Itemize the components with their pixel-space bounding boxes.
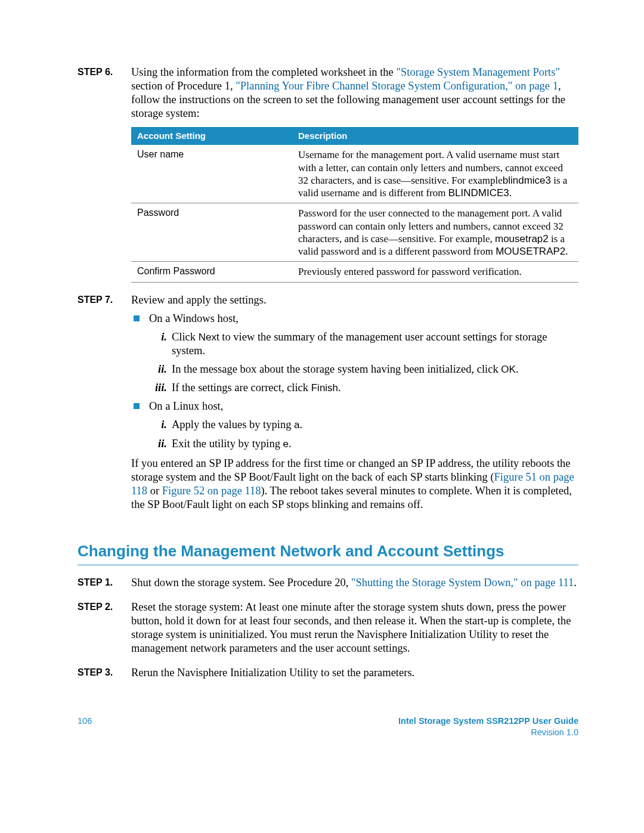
step-body: Rerun the Navisphere Initialization Util…: [131, 666, 578, 680]
sub-body: In the message box about the storage sys…: [172, 363, 518, 375]
bullet-text: On a Linux host,: [149, 400, 578, 413]
step-7-after-paragraph: If you entered an SP IP address for the …: [131, 457, 578, 512]
cell-setting: User name: [131, 145, 292, 203]
step-body: Review and apply the settings. On a Wind…: [131, 293, 578, 512]
footer-right: Intel Storage System SSR212PP User Guide…: [398, 716, 578, 737]
text: Previously entered password for password…: [298, 266, 522, 277]
step-6: STEP 6. Using the information from the c…: [78, 66, 578, 283]
step-7: STEP 7. Review and apply the settings. O…: [78, 293, 578, 512]
text: .: [338, 382, 341, 394]
th-account-setting: Account Setting: [131, 127, 292, 145]
ui-term: Next: [199, 332, 219, 343]
sub-item: iii.If the settings are correct, click F…: [149, 381, 578, 395]
text: .: [565, 246, 568, 257]
step-label: STEP 2.: [78, 600, 131, 656]
sub-marker: i.: [149, 330, 167, 344]
table-row: PasswordPassword for the user connected …: [131, 203, 578, 262]
sub-body: Exit the utility by typing e.: [172, 438, 292, 450]
text: .: [516, 363, 519, 375]
th-description: Description: [292, 127, 578, 145]
cell-description: Previously entered password for password…: [292, 262, 578, 282]
ui-term: e: [283, 438, 289, 450]
code-text: MOUSETRAP2: [496, 246, 565, 257]
sub-item: ii.Exit the utility by typing e.: [149, 437, 578, 451]
text: section of Procedure 1,: [131, 80, 236, 92]
page-number: 106: [78, 716, 92, 737]
table-row: User nameUsername for the management por…: [131, 145, 578, 203]
step-7-bullets: On a Windows host,i.Click Next to view t…: [131, 312, 578, 451]
text: Shut down the storage system. See Proced…: [131, 577, 351, 589]
page-footer: 106 Intel Storage System SSR212PP User G…: [78, 716, 578, 737]
sub-item: i.Apply the values by typing a.: [149, 418, 578, 432]
cell-setting: Password: [131, 203, 292, 262]
sub-marker: iii.: [149, 381, 167, 395]
text: Using the information from the completed…: [131, 66, 396, 78]
sub-list: i.Apply the values by typing a.ii.Exit t…: [149, 418, 578, 450]
text: .: [289, 438, 292, 450]
cell-description: Password for the user connected to the m…: [292, 203, 578, 262]
account-settings-table: Account Setting Description User nameUse…: [131, 127, 578, 283]
step-body: Reset the storage system: At least one m…: [131, 600, 578, 656]
sub-body: Apply the values by typing a.: [172, 419, 302, 431]
sec2-step-3: STEP 3. Rerun the Navisphere Initializat…: [78, 666, 578, 680]
procedure-link[interactable]: "Shutting the Storage System Down," on p…: [351, 577, 574, 589]
step-label: STEP 1.: [78, 576, 131, 590]
sub-body: Click Next to view the summary of the ma…: [172, 331, 547, 357]
ui-term: OK: [501, 364, 516, 375]
step-label: STEP 3.: [78, 666, 131, 680]
sub-body: If the settings are correct, click Finis…: [172, 382, 341, 394]
sec2-step-2: STEP 2. Reset the storage system: At lea…: [78, 600, 578, 656]
sub-marker: ii.: [149, 363, 167, 376]
cell-description: Username for the management port. A vali…: [292, 145, 578, 203]
section-heading: Changing the Management Network and Acco…: [78, 541, 578, 565]
figure-link[interactable]: Figure 52 on page 118: [162, 485, 261, 497]
sub-item: i.Click Next to view the summary of the …: [149, 330, 578, 358]
sub-marker: ii.: [149, 437, 167, 451]
text: .: [300, 419, 303, 431]
bullet-text: On a Windows host,: [149, 312, 578, 326]
bullet-item: On a Linux host,i.Apply the values by ty…: [131, 400, 578, 450]
step-7-intro: Review and apply the settings.: [131, 293, 578, 307]
text: or: [147, 485, 162, 497]
sec2-step-1: STEP 1. Shut down the storage system. Se…: [78, 576, 578, 590]
step-label: STEP 7.: [78, 293, 131, 512]
cell-setting: Confirm Password: [131, 262, 292, 282]
ui-term: a: [294, 419, 299, 431]
footer-title: Intel Storage System SSR212PP User Guide: [398, 716, 578, 726]
table-row: Confirm PasswordPreviously entered passw…: [131, 262, 578, 282]
code-text: blindmice3: [503, 175, 551, 186]
bullet-item: On a Windows host,i.Click Next to view t…: [131, 312, 578, 395]
link-storage-ports[interactable]: "Storage System Management Ports": [396, 66, 560, 78]
text: .: [574, 577, 577, 589]
link-planning-config[interactable]: "Planning Your Fibre Channel Storage Sys…: [236, 80, 558, 92]
sub-marker: i.: [149, 418, 167, 432]
text: If the settings are correct, click: [172, 382, 311, 394]
ui-term: Finish: [311, 382, 338, 394]
text: Exit the utility by typing: [172, 438, 283, 450]
text: Click: [172, 331, 199, 343]
code-text: mousetrap2: [495, 233, 549, 244]
footer-revision: Revision 1.0: [398, 727, 578, 738]
code-text: BLINDMICE3: [448, 187, 509, 199]
text: Apply the values by typing: [172, 419, 294, 431]
text: In the message box about the storage sys…: [172, 363, 501, 375]
text: .: [509, 187, 512, 199]
step-body: Using the information from the completed…: [131, 66, 578, 283]
step-label: STEP 6.: [78, 66, 131, 283]
sub-item: ii.In the message box about the storage …: [149, 363, 578, 376]
sub-list: i.Click Next to view the summary of the …: [149, 330, 578, 395]
page-content: STEP 6. Using the information from the c…: [0, 0, 644, 767]
step-body: Shut down the storage system. See Proced…: [131, 576, 578, 590]
text: to view the summary of the management us…: [172, 331, 547, 357]
